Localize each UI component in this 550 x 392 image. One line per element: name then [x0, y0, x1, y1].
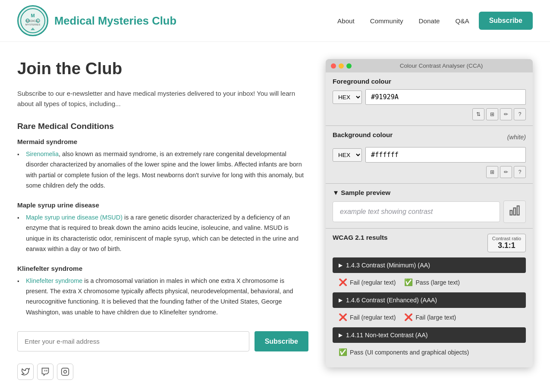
bg-input-row: HEX RGB HSL: [333, 147, 526, 163]
wcag-results-143: ❌ Fail (regular text) ✅ Pass (large text…: [333, 275, 526, 290]
fg-eyedropper-btn[interactable]: ✏: [500, 108, 512, 120]
page-description: Subscribe to our e-newsletter and have m…: [17, 88, 308, 110]
condition-text-klinefelter: Klinefelter syndrome is a chromosomal va…: [17, 276, 308, 318]
header-left: M MEDICAL MYSTERIES Medical Mysteries Cl…: [17, 5, 176, 36]
bg-tools-row: ⊞ ✏ ?: [333, 166, 526, 178]
left-column: Join the Club Subscribe to our e-newslet…: [17, 59, 308, 380]
chart-icon: [509, 204, 521, 219]
svg-text:MYSTERIES: MYSTERIES: [25, 23, 41, 26]
dot-minimize[interactable]: [339, 63, 344, 69]
contrast-ratio-value: 3.1:1: [492, 241, 521, 250]
condition-title-klinefelter: Klinefelter syndrome: [17, 265, 308, 272]
nav-community[interactable]: Community: [364, 14, 409, 28]
svg-rect-10: [514, 208, 516, 215]
svg-rect-11: [517, 206, 519, 215]
condition-text-maple: Maple syrup urine disease (MSUD) is a ra…: [17, 212, 308, 254]
section-heading: Rare Medical Conditions: [17, 122, 308, 131]
fg-input-row: HEX RGB HSL: [333, 89, 526, 105]
svg-rect-7: [62, 368, 69, 376]
cca-background-section: Background colour (white) HEX RGB HSL ⊞ …: [326, 126, 533, 183]
condition-text-mermaid: Sirenomelia, also known as mermaid syndr…: [17, 149, 308, 191]
wcag-title: WCAG 2.1 results: [333, 234, 387, 241]
preview-text: example text showing contrast: [333, 201, 500, 222]
contrast-ratio-label: Contrast ratio: [492, 236, 521, 241]
klinefelter-link[interactable]: Klinefelter syndrome: [26, 277, 82, 284]
result-146-regular: ❌ Fail (regular text): [339, 313, 396, 321]
sirenomelia-link[interactable]: Sirenomelia: [26, 151, 59, 157]
cca-tool: Colour Contrast Analyser (CCA) Foregroun…: [326, 59, 533, 380]
criterion-143-label: 1.4.3 Contrast (Minimum) (AA): [346, 262, 430, 269]
cca-titlebar: Colour Contrast Analyser (CCA): [326, 59, 533, 72]
bg-help-btn[interactable]: ?: [514, 166, 526, 178]
dot-close[interactable]: [331, 63, 336, 69]
criterion-146-label: 1.4.6 Contrast (Enhanced) (AAA): [346, 297, 437, 304]
result-text-14111: Pass (UI components and graphical object…: [350, 349, 469, 356]
nav-donate[interactable]: Donate: [413, 14, 446, 28]
subscribe-form-button[interactable]: Subscribe: [255, 331, 308, 351]
wcag-criterion-146[interactable]: ▶ 1.4.6 Contrast (Enhanced) (AAA): [333, 292, 526, 308]
result-text-143-large: Pass (large text): [415, 279, 460, 286]
cca-wcag-section: WCAG 2.1 results Contrast ratio 3.1:1 ▶ …: [326, 229, 533, 367]
wcag-results-146: ❌ Fail (regular text) ❌ Fail (large text…: [333, 310, 526, 325]
logo: M MEDICAL MYSTERIES: [17, 5, 48, 36]
condition-mermaid: Mermaid syndrome Sirenomelia, also known…: [17, 138, 308, 191]
email-input[interactable]: [17, 331, 249, 351]
dot-maximize[interactable]: [346, 63, 352, 69]
fg-swap-btn[interactable]: ⇅: [472, 108, 484, 120]
instagram-icon[interactable]: [57, 364, 73, 380]
fg-adjust-btn[interactable]: ⊞: [486, 108, 498, 120]
fail-icon-146-large: ❌: [404, 313, 413, 321]
fg-hex-input[interactable]: [365, 89, 526, 105]
result-146-large: ❌ Fail (large text): [404, 313, 456, 321]
bg-white-label: (white): [507, 134, 526, 141]
result-143-large: ✅ Pass (large text): [404, 278, 460, 286]
result-text-146-large: Fail (large text): [415, 314, 456, 321]
bg-adjust-btn[interactable]: ⊞: [486, 166, 498, 178]
wcag-criterion-14111[interactable]: ▶ 1.4.11 Non-text Contrast (AA): [333, 327, 526, 343]
wcag-header: WCAG 2.1 results Contrast ratio 3.1:1: [333, 234, 526, 252]
bg-label-row: Background colour (white): [333, 131, 526, 143]
result-text-143-regular: Fail (regular text): [350, 279, 396, 286]
subscribe-form: Subscribe: [17, 331, 308, 351]
pass-icon-14111: ✅: [339, 348, 347, 356]
pass-icon-143-large: ✅: [404, 278, 413, 286]
chart-preview-btn[interactable]: [503, 201, 526, 223]
condition-maple: Maple syrup urine disease Maple syrup ur…: [17, 201, 308, 254]
preview-row: example text showing contrast: [333, 201, 526, 223]
preview-label: ▼ Sample preview: [333, 189, 526, 196]
nav-about[interactable]: About: [331, 14, 361, 28]
wcag-criterion-143[interactable]: ▶ 1.4.3 Contrast (Minimum) (AA): [333, 257, 526, 273]
cca-foreground-section: Foreground colour HEX RGB HSL ⇅ ⊞ ✏ ?: [326, 72, 533, 125]
condition-body-mermaid: , also known as mermaid syndrome, is an …: [26, 151, 304, 189]
contrast-ratio-box: Contrast ratio 3.1:1: [487, 234, 526, 252]
bg-eyedropper-btn[interactable]: ✏: [500, 166, 512, 178]
fg-tools-row: ⇅ ⊞ ✏ ?: [333, 108, 526, 120]
criterion-14111-arrow: ▶: [339, 332, 343, 338]
wcag-results-14111: ✅ Pass (UI components and graphical obje…: [333, 345, 526, 360]
svg-rect-9: [510, 210, 512, 215]
condition-title-maple: Maple syrup urine disease: [17, 201, 308, 209]
criterion-146-arrow: ▶: [339, 297, 343, 303]
site-title: Medical Mysteries Club: [54, 15, 176, 27]
twitter-icon[interactable]: [17, 364, 34, 380]
criterion-14111-label: 1.4.11 Non-text Contrast (AA): [346, 332, 428, 339]
social-icons: [17, 364, 308, 380]
nav-qna[interactable]: Q&A: [449, 14, 475, 28]
svg-text:M: M: [31, 13, 35, 18]
header-subscribe-button[interactable]: Subscribe: [479, 12, 533, 30]
twitch-icon[interactable]: [37, 364, 53, 380]
cca-preview-section: ▼ Sample preview example text showing co…: [326, 184, 533, 228]
fail-icon-143-regular: ❌: [339, 278, 347, 286]
fg-help-btn[interactable]: ?: [514, 108, 526, 120]
header-nav: About Community Donate Q&A Subscribe: [331, 12, 533, 30]
svg-text:MEDICAL: MEDICAL: [26, 19, 39, 22]
msud-link[interactable]: Maple syrup urine disease (MSUD): [26, 214, 123, 221]
fail-icon-146-regular: ❌: [339, 313, 347, 321]
page-title: Join the Club: [17, 59, 308, 78]
fg-format-select[interactable]: HEX RGB HSL: [333, 91, 362, 104]
bg-format-select[interactable]: HEX RGB HSL: [333, 148, 362, 162]
result-14111-ui: ✅ Pass (UI components and graphical obje…: [339, 348, 469, 356]
bg-hex-input[interactable]: [365, 147, 526, 163]
condition-klinefelter: Klinefelter syndrome Klinefelter syndrom…: [17, 265, 308, 318]
result-text-146-regular: Fail (regular text): [350, 314, 396, 321]
